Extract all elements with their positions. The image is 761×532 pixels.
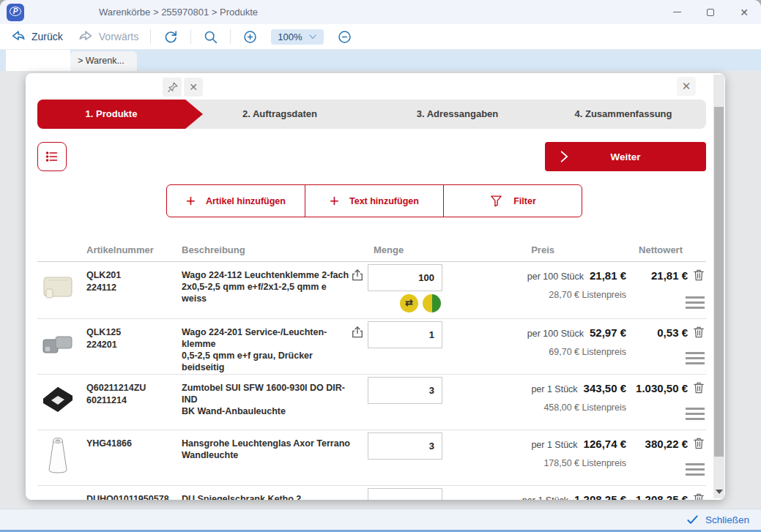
close-window-button[interactable]: ✕ (727, 0, 761, 24)
filter-button[interactable]: Filter (443, 184, 582, 217)
toolbar-divider (190, 29, 191, 44)
window-controls: ✕ (660, 0, 761, 24)
delete-row-button[interactable] (691, 435, 706, 454)
refresh-button[interactable] (155, 24, 186, 49)
zoom-in-button[interactable] (235, 24, 265, 49)
pin-icon (166, 81, 179, 94)
row-menu-button[interactable] (686, 352, 705, 367)
quantity-input[interactable] (368, 377, 442, 404)
step-produkte-active[interactable]: 1. Produkte (37, 100, 185, 129)
table-row: YHG41866 Hansgrohe Leuchtenglas Axor Ter… (37, 430, 706, 486)
quantity-input[interactable] (368, 321, 442, 348)
forward-button[interactable]: Vorwärts (70, 24, 146, 49)
list-price: 69,70 € Listenpreis (549, 347, 626, 357)
price-unit: per 1 Stück (531, 440, 577, 450)
scrollbar-thumb[interactable] (714, 107, 724, 457)
article-description: Wago 224-201 Service-/Leuchten- klemme 0… (182, 326, 352, 373)
row-menu-button[interactable] (686, 463, 705, 479)
export-icon[interactable] (350, 325, 365, 342)
chevron-down-icon (308, 32, 317, 41)
delete-row-button[interactable] (691, 324, 706, 342)
step-adressangaben[interactable]: 3. Adressangaben (374, 100, 541, 129)
schliessen-button[interactable]: Schließen (686, 509, 749, 531)
list-price: 28,70 € Listenpreis (549, 290, 626, 300)
export-icon[interactable] (350, 268, 365, 285)
active-step-arrow (185, 100, 203, 129)
article-description: DU Spiegelschrank Ketho 2 (182, 493, 352, 500)
product-image (39, 268, 77, 306)
delete-row-button[interactable] (691, 380, 706, 398)
back-button[interactable]: Zurück (3, 24, 70, 49)
filter-funnel-icon (489, 194, 503, 208)
refresh-icon (163, 29, 179, 45)
window-title: Warenkörbe > 255970801 > Produkte (99, 0, 258, 24)
unpin-close-button[interactable]: ✕ (184, 78, 203, 97)
step-auftragsdaten[interactable]: 2. Auftragsdaten (185, 100, 374, 129)
chevron-right-icon (557, 149, 571, 164)
menu-bar (686, 418, 705, 420)
col-preis: Preis (531, 244, 554, 255)
dialog-scrollbar[interactable] (713, 75, 724, 498)
net-value: 1.208,25 € (636, 493, 688, 500)
product-image (39, 436, 77, 474)
list-icon (44, 149, 60, 165)
exchange-badge-icon[interactable]: ⇄ (400, 294, 418, 312)
minimize-button[interactable] (660, 0, 694, 24)
quantity-input[interactable] (368, 488, 442, 500)
zoom-out-button[interactable] (330, 24, 360, 49)
net-value: 380,22 € (645, 438, 688, 450)
price-value: 343,50 € (584, 382, 626, 394)
maximize-button[interactable] (694, 0, 727, 24)
price-unit: per 100 Stück (527, 271, 584, 282)
quantity-input[interactable] (368, 432, 442, 460)
menu-bar (686, 301, 705, 304)
menu-bar (686, 307, 705, 309)
row-menu-button[interactable] (686, 296, 705, 312)
col-beschreibung: Beschreibung (182, 244, 245, 255)
close-icon: ✕ (189, 81, 198, 93)
search-icon (203, 29, 218, 45)
back-label: Zurück (31, 31, 63, 42)
price-line: per 1 Stück1.208,25 € (522, 493, 626, 500)
zoom-level-select[interactable]: 100% (271, 29, 323, 45)
content-backdrop: ✕ ✕ 2. Auftragsdaten 3. Adressangaben 4.… (0, 71, 761, 509)
price-line: per 100 Stück21,81 € (527, 269, 626, 282)
dialog-close-button[interactable]: ✕ (677, 77, 696, 96)
weiter-label: Weiter (610, 151, 640, 162)
add-text-button[interactable]: + Text hinzufügen (305, 184, 444, 217)
menu-bar (686, 408, 705, 410)
row-menu-button[interactable] (686, 408, 705, 423)
price-line: per 1 Stück126,74 € (531, 438, 626, 451)
minimize-icon (673, 12, 681, 13)
titlebar: P Warenkörbe > 255970801 > Produkte ✕ (0, 0, 761, 24)
article-number: YHG41866 (86, 438, 132, 450)
menu-bar (686, 352, 705, 354)
tabstrip: > Warenk... (0, 50, 761, 71)
scroll-down-arrow-icon[interactable] (716, 490, 723, 494)
net-value: 0,53 € (657, 326, 688, 339)
weiter-button[interactable]: Weiter (545, 142, 706, 171)
search-button[interactable] (196, 24, 226, 49)
menu-bar (686, 362, 705, 364)
net-value: 21,81 € (651, 269, 688, 282)
check-icon (686, 514, 699, 526)
delete-row-button[interactable] (691, 491, 706, 500)
pin-button[interactable] (163, 78, 182, 97)
delete-row-button[interactable] (691, 267, 706, 285)
app-logo-glyph: P (10, 7, 21, 16)
tab-warenkoerbe[interactable]: > Warenk... (70, 51, 137, 71)
product-image (39, 325, 77, 363)
close-icon: ✕ (740, 7, 749, 18)
list-view-button[interactable] (37, 142, 67, 171)
article-description: Hansgrohe Leuchtenglas Axor Terrano Wand… (182, 438, 352, 461)
back-arrow-icon (10, 29, 26, 45)
quantity-input[interactable] (368, 264, 442, 291)
step-zusammenfassung[interactable]: 4. Zusammenfassung (541, 100, 706, 129)
add-article-button[interactable]: + Artikel hinzufügen (166, 184, 305, 217)
article-number: QLK125 224201 (86, 326, 121, 351)
price-value: 21,81 € (590, 269, 626, 282)
availability-badge-icon[interactable] (423, 294, 441, 312)
forward-arrow-icon (78, 29, 94, 45)
table-row: DUHQ01011950578 DU Spiegelschrank Ketho … (37, 486, 706, 500)
tabstrip-spacer (6, 50, 70, 71)
